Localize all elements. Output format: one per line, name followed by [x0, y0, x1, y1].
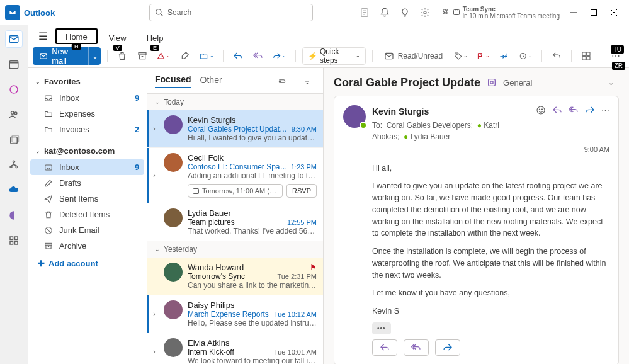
reply-icon[interactable] [552, 105, 562, 115]
add-account-button[interactable]: ✚Add account [30, 254, 144, 273]
svg-point-1 [156, 9, 161, 14]
message-from: Lydia Bauer [188, 208, 231, 218]
folder-count: 9 [135, 94, 139, 103]
message-preview: Can you share a link to the marketing… [188, 281, 317, 290]
tab-home[interactable]: HomeH [55, 28, 98, 44]
forward-action[interactable] [435, 339, 460, 356]
bulb-icon[interactable] [396, 4, 414, 21]
sender-avatar[interactable] [343, 105, 366, 128]
mail-app-icon[interactable] [5, 30, 23, 48]
tag-icon[interactable]: ⌄ [451, 48, 470, 64]
meeting-reminder[interactable]: Team Sync in 10 min Microsoft Teams meet… [459, 6, 564, 20]
more-icon[interactable]: ⋯ [601, 105, 609, 117]
archive-icon[interactable] [134, 48, 150, 64]
group-yesterday[interactable]: ⌄Yesterday [147, 241, 323, 258]
folder-sent-items[interactable]: Sent Items [30, 191, 144, 207]
onedrive-app-icon[interactable] [5, 181, 23, 199]
folder-deleted-items[interactable]: Deleted Items [30, 207, 144, 222]
reply-icon[interactable] [230, 48, 246, 64]
focused-tab[interactable]: Focused [155, 74, 191, 88]
reply-all-action[interactable] [404, 339, 429, 356]
reply-all-icon[interactable] [569, 105, 579, 115]
avatar [164, 115, 183, 134]
window-close[interactable] [604, 4, 624, 21]
loop-app-icon[interactable] [5, 207, 23, 224]
copilot-rail-icon[interactable] [5, 81, 23, 98]
pin-icon[interactable] [496, 48, 513, 64]
message-item[interactable]: Lydia BauerTeam pictures12:55 PMThat wor… [147, 203, 323, 241]
svg-rect-21 [15, 237, 18, 240]
folder-inbox[interactable]: Inbox9 [30, 159, 144, 175]
folder-label: Deleted Items [59, 210, 110, 219]
collapse-icon[interactable]: ⌄ [603, 74, 619, 91]
group-today[interactable]: ⌄Today [147, 94, 323, 110]
expand-icon[interactable]: › [150, 300, 159, 327]
select-icon[interactable] [274, 73, 290, 89]
folder-invoices[interactable]: Invoices2 [30, 122, 144, 137]
reply-action[interactable] [372, 339, 397, 356]
calendar-app-icon[interactable] [5, 55, 23, 73]
tab-view[interactable]: ViewV [100, 31, 135, 44]
message-item[interactable]: ›Elvia AtkinsIntern Kick-offTue 10:01 AM… [147, 333, 323, 364]
folder-junk-email[interactable]: Junk Email [30, 222, 144, 238]
avatar [164, 338, 183, 357]
svg-rect-38 [193, 189, 199, 194]
hamburger-icon[interactable]: ☰ [33, 28, 53, 44]
copilot-icon[interactable] [436, 4, 454, 21]
tab-help[interactable]: HelpE [138, 31, 173, 44]
window-maximize[interactable] [584, 4, 604, 21]
snooze-icon[interactable]: ⌄ [516, 48, 535, 64]
quick-steps-button[interactable]: ⚡ Quick steps⌄ [302, 47, 366, 65]
channel-name[interactable]: General [503, 78, 532, 88]
account-section[interactable]: ⌄kat@contoso.com [30, 142, 144, 159]
message-item[interactable]: ›Kevin SturgisCoral Gables Project Updat… [147, 110, 323, 148]
app-logo [5, 5, 20, 20]
read-unread-button[interactable]: Read/Unread [379, 48, 448, 64]
move-icon[interactable]: ⌄ [197, 48, 216, 64]
folder-expenses[interactable]: Expenses [30, 106, 144, 122]
inbox-icon [44, 163, 54, 172]
message-item[interactable]: ›Cecil FolkContoso LT: Consumer Spam…1:2… [147, 148, 323, 203]
expand-icon[interactable]: › [150, 153, 159, 198]
org-app-icon[interactable] [5, 156, 23, 174]
folder-archive[interactable]: Archive [30, 238, 144, 254]
new-mail-dropdown[interactable]: ⌄ [88, 47, 101, 65]
folder-label: Drafts [59, 178, 81, 188]
svg-point-13 [11, 111, 14, 115]
expand-icon[interactable] [150, 208, 159, 236]
undo-icon[interactable] [548, 48, 565, 64]
files-app-icon[interactable] [5, 131, 23, 149]
inbox-icon [44, 94, 54, 103]
svg-rect-23 [15, 242, 18, 245]
other-tab[interactable]: Other [200, 75, 222, 88]
keytip-v: V [113, 45, 122, 51]
sweep-icon[interactable] [177, 48, 193, 64]
forward-icon[interactable]: ⌄ [270, 48, 289, 64]
flag-icon[interactable]: ⌄ [474, 48, 492, 64]
folder-count: 2 [135, 125, 139, 134]
message-item[interactable]: Wanda Howard⚑Tomorrow's SyncTue 2:31 PMC… [147, 258, 323, 295]
expand-icon[interactable]: › [150, 338, 159, 364]
rsvp-button[interactable]: RSVP [286, 184, 317, 198]
message-time: Tue 2:31 PM [277, 273, 317, 280]
reply-all-icon[interactable] [250, 48, 266, 64]
svg-point-41 [539, 109, 540, 110]
forward-icon[interactable] [585, 105, 595, 115]
expand-icon[interactable]: › [150, 115, 159, 142]
more-apps-icon[interactable] [5, 232, 23, 249]
folder-drafts[interactable]: Drafts [30, 175, 144, 191]
react-icon[interactable] [536, 105, 546, 115]
immersive-icon[interactable] [578, 48, 594, 64]
search-box[interactable]: Search [149, 4, 313, 21]
expand-icon[interactable] [150, 263, 159, 290]
favorites-section[interactable]: ⌄Favorites [30, 73, 144, 90]
message-item[interactable]: ›Daisy PhilipsMarch Expense ReportsTue 1… [147, 295, 323, 333]
window-minimize[interactable] [564, 4, 584, 21]
folder-inbox[interactable]: Inbox9 [30, 90, 144, 106]
bell-icon[interactable] [376, 4, 394, 21]
settings-icon[interactable] [416, 4, 434, 21]
people-app-icon[interactable] [5, 106, 23, 123]
show-more-button[interactable]: ••• [372, 322, 391, 334]
notes-icon[interactable] [356, 4, 373, 21]
filter-icon[interactable] [299, 73, 315, 89]
